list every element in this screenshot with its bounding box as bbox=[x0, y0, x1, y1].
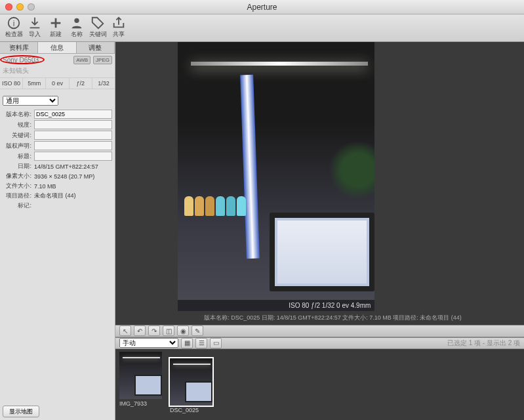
meta-label: 标题: bbox=[3, 152, 34, 161]
import-icon bbox=[28, 16, 42, 30]
inspector-panel: 资料库 信息 调整 Sony D6503 AWB JPEG 未知镜头 ISO 8… bbox=[0, 42, 115, 420]
project-path-value: 未命名项目 (44) bbox=[34, 192, 112, 200]
toolbar-label: 检查器 bbox=[5, 30, 23, 39]
window-controls bbox=[5, 3, 35, 10]
main-photo: ISO 80 ƒ/2 1/32 0 ev 4.9mm bbox=[178, 42, 374, 311]
thumbnail-label: IMG_7933 bbox=[119, 399, 162, 407]
show-map-button[interactable]: 显示地图 bbox=[3, 406, 39, 417]
info-icon: i bbox=[7, 16, 21, 30]
inspector-button[interactable]: i 检查器 bbox=[4, 16, 24, 39]
filmstrip-view-icon[interactable]: ▭ bbox=[210, 338, 222, 348]
crop-icon[interactable]: ◫ bbox=[163, 326, 174, 336]
viewer-panel: ISO 80 ƒ/2 1/32 0 ev 4.9mm 版本名称: DSC_002… bbox=[115, 42, 524, 420]
toolbar-label: 导入 bbox=[29, 30, 41, 39]
exif-ev: 0 ev bbox=[46, 78, 69, 89]
thumbnail-label: DSC_0025 bbox=[170, 406, 212, 413]
toolbar-label: 新建 bbox=[50, 30, 62, 39]
titlebar: Aperture bbox=[0, 0, 524, 14]
plus-icon bbox=[49, 16, 63, 30]
meta-label: 版权声明: bbox=[3, 142, 34, 150]
close-icon[interactable] bbox=[5, 3, 12, 10]
meta-label: 锐度: bbox=[3, 121, 34, 129]
thumbnail[interactable]: DSC_0025 bbox=[170, 358, 212, 413]
meta-label: 日期: bbox=[3, 162, 34, 171]
share-button[interactable]: 共享 bbox=[109, 16, 129, 39]
camera-info-row: Sony D6503 AWB JPEG bbox=[0, 54, 115, 66]
exif-shutter: 1/32 bbox=[92, 78, 115, 89]
rotate-cw-icon[interactable]: ↷ bbox=[148, 326, 160, 336]
pixel-size-value: 3936 × 5248 (20.7 MP) bbox=[34, 173, 112, 180]
window-title: Aperture bbox=[247, 3, 277, 12]
camera-model: Sony D6503 bbox=[3, 56, 39, 64]
photo-caption: 版本名称: DSC_0025 日期: 14/8/15 GMT+822:24:57… bbox=[178, 311, 461, 325]
preset-select[interactable]: 通用 bbox=[3, 96, 58, 106]
title-input[interactable] bbox=[34, 152, 112, 161]
photo-exif-overlay: ISO 80 ƒ/2 1/32 0 ev 4.9mm bbox=[178, 300, 374, 311]
zoom-icon[interactable] bbox=[28, 3, 35, 10]
browser-toolbar: ↖ ↶ ↷ ◫ ◉ ✎ bbox=[115, 325, 524, 337]
awb-badge: AWB bbox=[73, 56, 91, 64]
toolbar-label: 关键词 bbox=[89, 30, 107, 39]
copyright-input[interactable] bbox=[34, 141, 112, 150]
rotate-ccw-icon[interactable]: ↶ bbox=[134, 326, 146, 336]
meta-label: 版本名称: bbox=[3, 110, 34, 119]
new-button[interactable]: 新建 bbox=[46, 16, 66, 39]
brush-icon[interactable]: ✎ bbox=[191, 326, 203, 336]
thumbnail-strip: IMG_7933 DSC_0025 bbox=[115, 349, 524, 420]
version-name-input[interactable] bbox=[34, 110, 112, 119]
toolbar: i 检查器 导入 新建 名称 关键词 共享 bbox=[0, 14, 524, 42]
svg-text:i: i bbox=[13, 19, 15, 28]
redeye-icon[interactable]: ◉ bbox=[177, 326, 189, 336]
browser-controls: 手动 ▦ ☰ ▭ 已选定 1 项 - 显示出 2 项 bbox=[115, 337, 524, 350]
meta-label: 关键词: bbox=[3, 131, 34, 140]
selection-status: 已选定 1 项 - 显示出 2 项 bbox=[447, 339, 520, 348]
keyword-button[interactable]: 关键词 bbox=[88, 16, 108, 39]
list-view-icon[interactable]: ☰ bbox=[195, 338, 207, 348]
inspector-tabs: 资料库 信息 调整 bbox=[0, 42, 115, 54]
exif-aperture: ƒ/2 bbox=[70, 78, 92, 89]
name-button[interactable]: 名称 bbox=[67, 16, 87, 39]
exif-focal: 5mm bbox=[23, 78, 46, 89]
metadata-panel: 版本名称: 锐度: 关键词: 版权声明: 标题: 日期:14/8/15 GMT+… bbox=[0, 110, 115, 211]
lens-info: 未知镜头 bbox=[0, 66, 115, 77]
sort-mode-select[interactable]: 手动 bbox=[119, 338, 178, 348]
cursor-icon[interactable]: ↖ bbox=[119, 326, 131, 336]
meta-label: 项目路径: bbox=[3, 192, 34, 200]
exif-strip: ISO 80 5mm 0 ev ƒ/2 1/32 bbox=[0, 77, 115, 89]
toolbar-label: 共享 bbox=[113, 30, 125, 39]
date-value: 14/8/15 GMT+822:24:57 bbox=[34, 163, 112, 170]
minimize-icon[interactable] bbox=[16, 3, 24, 10]
format-badge: JPEG bbox=[93, 56, 112, 64]
file-size-value: 7.10 MB bbox=[34, 183, 112, 190]
tab-library[interactable]: 资料库 bbox=[0, 42, 38, 53]
meta-label: 标记: bbox=[3, 201, 34, 210]
tab-info[interactable]: 信息 bbox=[38, 42, 76, 53]
meta-label: 像素大小: bbox=[3, 172, 34, 180]
meta-label: 文件大小: bbox=[3, 182, 34, 190]
share-icon bbox=[111, 16, 126, 30]
exif-iso: ISO 80 bbox=[0, 78, 23, 89]
keywords-input[interactable] bbox=[34, 131, 112, 140]
tag-icon bbox=[91, 16, 105, 30]
toolbar-label: 名称 bbox=[71, 30, 83, 39]
tab-adjust[interactable]: 调整 bbox=[77, 42, 115, 53]
thumbnail[interactable]: IMG_7933 bbox=[119, 352, 162, 417]
photo-viewer[interactable]: ISO 80 ƒ/2 1/32 0 ev 4.9mm 版本名称: DSC_002… bbox=[115, 42, 524, 325]
svg-point-2 bbox=[74, 18, 79, 23]
import-button[interactable]: 导入 bbox=[25, 16, 45, 39]
grid-view-icon[interactable]: ▦ bbox=[181, 338, 193, 348]
person-icon bbox=[70, 16, 84, 30]
sharpness-input[interactable] bbox=[34, 120, 112, 129]
